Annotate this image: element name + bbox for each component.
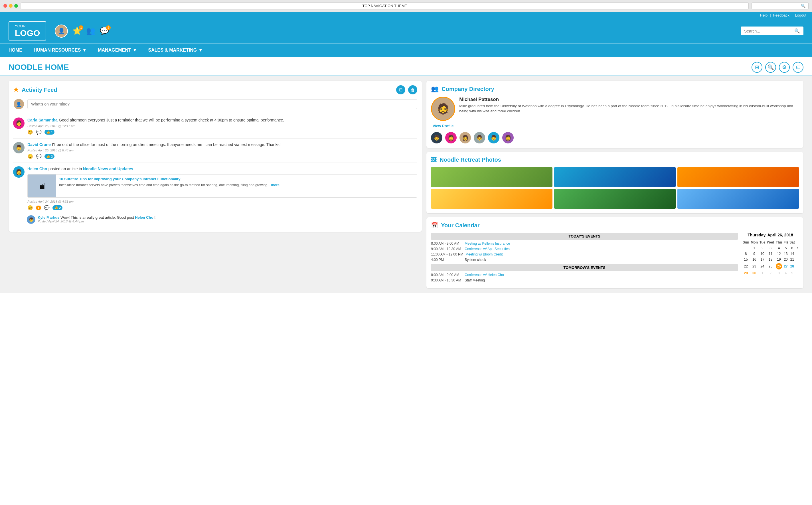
cal-day[interactable]: 27 (783, 262, 789, 270)
view-profile-button[interactable]: View Profile (433, 124, 454, 128)
photo-5[interactable] (554, 189, 676, 209)
event-link[interactable]: Conference w/ Apt. Securities (465, 247, 509, 251)
comment-button[interactable]: 💬 (44, 205, 50, 210)
cal-day[interactable]: 2 (766, 270, 775, 276)
cal-day[interactable]: 3 (766, 245, 775, 251)
post-channel[interactable]: Noodle News and Updates (83, 167, 133, 171)
cal-day[interactable]: 4 (775, 245, 783, 251)
filter-button[interactable]: ⊟ (396, 85, 405, 95)
react-button[interactable]: 😊 (27, 130, 33, 135)
cal-day[interactable]: 2 (759, 245, 766, 251)
cal-day[interactable]: 7 (796, 245, 799, 251)
settings-button[interactable]: ⚙ (779, 62, 790, 73)
cal-day[interactable]: 20 (783, 257, 789, 262)
cal-day[interactable]: 4 (783, 270, 789, 276)
cal-day[interactable]: 19 (775, 257, 783, 262)
cal-day[interactable]: 24 (759, 262, 766, 270)
post-author[interactable]: David Crane (27, 142, 51, 147)
event-link[interactable]: Meeting w/ Kellen's Insurance (465, 241, 510, 245)
comment-button[interactable]: 💬 (36, 130, 42, 135)
cal-day[interactable]: 11 (766, 251, 775, 257)
like-count[interactable]: 👍 3 (44, 154, 54, 159)
help-link[interactable]: Help (760, 13, 768, 17)
browser-search[interactable]: 🔍 (752, 2, 809, 9)
dir-avatar-1[interactable]: 👨 (431, 132, 442, 143)
cal-day[interactable]: 10 (759, 251, 766, 257)
cal-day[interactable]: 1 (750, 245, 759, 251)
cal-day[interactable]: 17 (759, 257, 766, 262)
cal-day[interactable]: 3 (775, 270, 783, 276)
user-avatar[interactable]: 👤 (55, 24, 68, 38)
photo-2[interactable] (554, 167, 676, 187)
photo-6[interactable] (677, 189, 799, 209)
event-link[interactable]: Conference w/ Helen Cho (465, 273, 504, 277)
add-content-button[interactable]: ⊞ (752, 62, 762, 73)
url-bar[interactable]: TOP NAVIGATION THEME (21, 2, 749, 9)
cal-day[interactable]: 16 (750, 257, 759, 262)
dir-avatar-6[interactable]: 👩 (502, 132, 514, 143)
article-title[interactable]: 10 Surefire Tips for Improving your Comp… (59, 177, 414, 182)
photo-3[interactable] (677, 167, 799, 187)
dir-avatar-5[interactable]: 👨 (488, 132, 499, 143)
search-input[interactable] (744, 29, 794, 33)
post-author[interactable]: Carla Samantha (27, 118, 57, 122)
nav-sales[interactable]: SALES & MARKETING ▼ (148, 44, 203, 57)
cal-day[interactable]: 1 (759, 270, 766, 276)
react-button[interactable]: 😊 (27, 154, 33, 159)
cal-day[interactable]: 13 (783, 251, 789, 257)
photo-1[interactable] (431, 167, 552, 187)
nav-hr[interactable]: HUMAN RESOURCES ▼ (34, 44, 87, 57)
cal-day[interactable]: 5 (789, 270, 795, 276)
cal-day[interactable]: 21 (789, 257, 795, 262)
event-row: 8:00 AM - 9:00 AM Meeting w/ Kellen's In… (431, 241, 738, 245)
dir-avatar-4[interactable]: 👨 (474, 132, 485, 143)
dir-avatar-2[interactable]: 👩 (445, 132, 457, 143)
post-input[interactable] (27, 99, 417, 109)
favorites-icon[interactable]: ⭐ 1 (72, 26, 82, 35)
logout-link[interactable]: Logout (795, 13, 806, 17)
photos-header: 🖼 Noodle Retreat Photos (431, 157, 799, 163)
comment-author[interactable]: Kyle Markus (38, 215, 59, 219)
react-button[interactable]: 😊 (27, 205, 33, 210)
search-button[interactable]: 🔍 (765, 62, 776, 73)
close-dot[interactable] (3, 4, 7, 8)
event-link[interactable]: Meeting w/ Bloom Credit (466, 252, 503, 257)
cal-day[interactable]: 29 (742, 270, 750, 276)
comment-button[interactable]: 💬 (36, 154, 42, 159)
cal-day[interactable]: 15 (742, 257, 750, 262)
cal-day[interactable]: 23 (750, 262, 759, 270)
dir-avatar-3[interactable]: 👩 (460, 132, 471, 143)
people-icon[interactable]: 👥 (86, 26, 95, 35)
nav-management[interactable]: MANAGEMENT ▼ (98, 44, 137, 57)
logo[interactable]: YOUR LOGO (9, 21, 46, 40)
post-author[interactable]: Helen Cho (27, 167, 47, 171)
cal-day[interactable]: 22 (742, 262, 750, 270)
cal-day[interactable]: 18 (766, 257, 775, 262)
cal-day[interactable]: 25 (766, 262, 775, 270)
post-time: Posted April 25, 2018 @ 12:17 pm (27, 124, 417, 128)
maximize-dot[interactable] (14, 4, 18, 8)
cal-day[interactable]: 6 (789, 245, 795, 251)
feedback-link[interactable]: Feedback (773, 13, 790, 17)
cal-day[interactable]: 9 (750, 251, 759, 257)
minimize-dot[interactable] (9, 4, 13, 8)
reactions-count[interactable]: 1 (36, 206, 41, 210)
cal-day[interactable]: 12 (775, 251, 783, 257)
cal-day[interactable]: 8 (742, 251, 750, 257)
delete-button[interactable]: 🗑 (408, 85, 417, 95)
messages-icon[interactable]: 💬 2 (100, 26, 109, 35)
calendar-grid: Sun Mon Tue Wed Thu Fri Sat (742, 239, 799, 276)
cal-day[interactable]: 28 (789, 262, 795, 270)
header-icons: 👤 ⭐ 1 👥 💬 2 (55, 24, 109, 38)
like-count[interactable]: 👍 1 (44, 130, 54, 135)
cal-day[interactable]: 5 (783, 245, 789, 251)
tag-button[interactable]: 🏷 (793, 62, 803, 73)
cal-day[interactable]: 14 (789, 251, 795, 257)
cal-today-day[interactable]: 26 (775, 262, 783, 270)
cal-day[interactable]: 30 (750, 270, 759, 276)
comment-mention[interactable]: Helen Cho (135, 215, 153, 219)
read-more-link[interactable]: more (271, 183, 280, 187)
like-count[interactable]: 👍 2 (52, 205, 62, 210)
photo-4[interactable] (431, 189, 552, 209)
nav-home[interactable]: HOME (9, 44, 22, 57)
